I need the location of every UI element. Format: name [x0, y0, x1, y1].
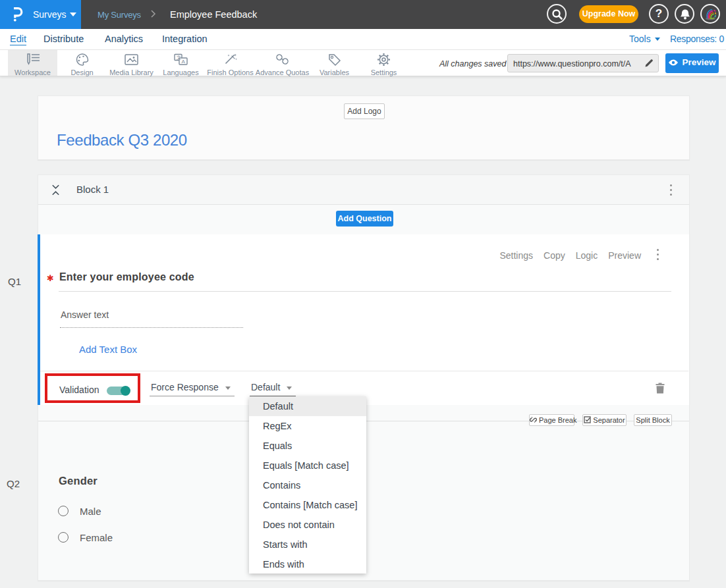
svg-text:A: A [182, 59, 186, 65]
svg-text:文: 文 [177, 55, 181, 60]
